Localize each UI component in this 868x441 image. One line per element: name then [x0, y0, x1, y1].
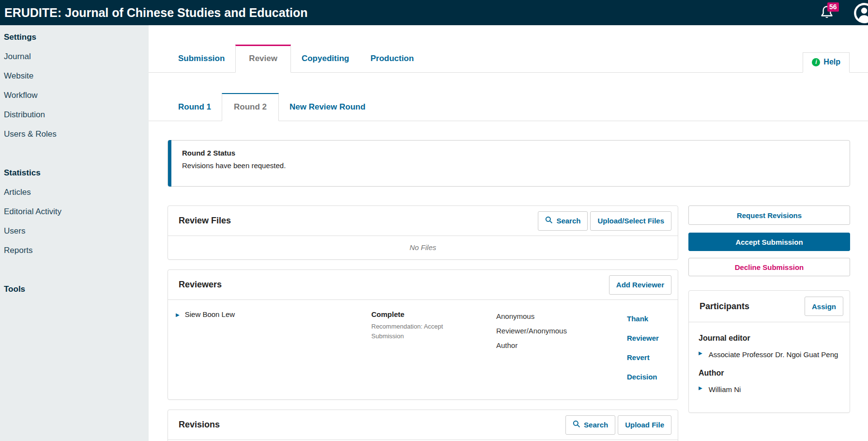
sidebar-item-distribution[interactable]: Distribution	[4, 105, 145, 125]
accept-submission-button[interactable]: Accept Submission	[688, 233, 850, 251]
help-button[interactable]: i Help	[803, 52, 850, 73]
bell-icon	[819, 14, 835, 22]
participant-role-journal-editor: Journal editor	[699, 334, 840, 343]
review-files-empty: No Files	[168, 236, 678, 259]
upload-select-files-label: Upload/Select Files	[597, 217, 664, 225]
reviewer-actions: Thank Reviewer Revert Decision	[627, 309, 673, 387]
revert-decision-link[interactable]: Revert Decision	[627, 348, 673, 387]
sidebar-item-users-roles[interactable]: Users & Roles	[4, 125, 145, 144]
tab-copyediting[interactable]: Copyediting	[291, 45, 360, 72]
search-icon	[573, 420, 580, 429]
tab-round-1[interactable]: Round 1	[168, 94, 222, 121]
reviewers-title: Reviewers	[179, 280, 222, 290]
participant-name: Associate Professor Dr. Ngoi Guat Peng	[709, 348, 838, 361]
review-files-panel: Review Files Search U	[168, 205, 678, 260]
decline-submission-button[interactable]: Decline Submission	[688, 258, 850, 276]
sidebar-section-tools: Tools	[4, 280, 145, 299]
tab-round-2[interactable]: Round 2	[222, 93, 279, 121]
sidebar-section-statistics: Statistics Articles Editorial Activity U…	[4, 163, 145, 260]
reviewer-name: Siew Boon Lew	[185, 310, 235, 318]
round-status-title: Round 2 Status	[182, 149, 842, 157]
review-method: Anonymous Reviewer/Anonymous Author	[496, 309, 584, 387]
thank-reviewer-link[interactable]: Thank Reviewer	[627, 309, 673, 348]
tab-new-review-round[interactable]: New Review Round	[279, 94, 376, 121]
participant-role-author: Author	[699, 369, 840, 378]
add-reviewer-button[interactable]: Add Reviewer	[609, 275, 671, 295]
review-files-search-label: Search	[556, 217, 580, 225]
revisions-search-label: Search	[584, 421, 608, 429]
app-window: ERUDITE: Journal of Chinese Studies and …	[0, 0, 868, 441]
reviewers-panel: Reviewers Add Reviewer	[168, 269, 678, 400]
add-reviewer-label: Add Reviewer	[616, 281, 664, 289]
user-menu-button[interactable]	[853, 2, 868, 24]
sidebar-item-workflow[interactable]: Workflow	[4, 86, 145, 105]
user-avatar-icon	[853, 17, 868, 25]
workflow-main: Submission Review Copyediting Production…	[149, 25, 868, 441]
participants-panel: Participants Assign Journal editor	[688, 290, 850, 413]
notifications-count-badge: 56	[827, 2, 839, 12]
workflow-tab-bar: Submission Review Copyediting Production…	[149, 25, 868, 73]
tab-review[interactable]: Review	[235, 45, 291, 73]
round-tab-bar: Round 1 Round 2 New Review Round	[149, 73, 868, 121]
admin-sidebar: Settings Journal Website Workflow Distri…	[0, 25, 149, 441]
assign-label: Assign	[812, 302, 836, 311]
notifications-button[interactable]: 56	[819, 4, 836, 22]
review-files-search-button[interactable]: Search	[538, 211, 588, 231]
tab-production[interactable]: Production	[360, 45, 425, 72]
round-content: Round 2 Status Revisions have been reque…	[149, 121, 868, 441]
expand-reviewer-icon[interactable]: ▶	[176, 310, 180, 320]
upload-file-label: Upload File	[625, 421, 664, 429]
reviewer-row: ▶ Siew Boon Lew Complete Recommendation:…	[168, 300, 678, 399]
site-title: ERUDITE: Journal of Chinese Studies and …	[0, 6, 307, 20]
expand-participant-icon[interactable]: ▶	[699, 383, 702, 396]
info-icon: i	[812, 58, 820, 66]
sidebar-item-reports[interactable]: Reports	[4, 241, 145, 260]
sidebar-header-statistics: Statistics	[4, 163, 145, 183]
sidebar-header-settings: Settings	[4, 28, 145, 47]
sidebar-item-editorial-activity[interactable]: Editorial Activity	[4, 202, 145, 221]
upload-file-button[interactable]: Upload File	[618, 415, 671, 435]
upload-select-files-button[interactable]: Upload/Select Files	[590, 211, 671, 231]
request-revisions-button[interactable]: Request Revisions	[688, 205, 850, 225]
review-files-title: Review Files	[179, 216, 231, 226]
revisions-title: Revisions	[179, 420, 220, 430]
tab-submission[interactable]: Submission	[168, 45, 235, 72]
participants-title: Participants	[700, 301, 749, 312]
sidebar-item-users[interactable]: Users	[4, 221, 145, 241]
status-accent-bar	[168, 140, 171, 187]
sidebar-item-articles[interactable]: Articles	[4, 183, 145, 202]
participant-name: William Ni	[709, 383, 741, 396]
participant-author: ▶ William Ni	[699, 383, 840, 396]
round-status-panel: Round 2 Status Revisions have been reque…	[168, 140, 850, 187]
assign-participant-button[interactable]: Assign	[805, 297, 843, 316]
sidebar-item-journal[interactable]: Journal	[4, 47, 145, 66]
revisions-search-button[interactable]: Search	[565, 415, 615, 435]
top-bar: ERUDITE: Journal of Chinese Studies and …	[0, 0, 868, 25]
sidebar-item-tools[interactable]: Tools	[4, 280, 145, 299]
sidebar-section-settings: Settings Journal Website Workflow Distri…	[4, 28, 145, 144]
revisions-panel: Revisions Search Uplo	[168, 410, 678, 441]
participant-journal-editor: ▶ Associate Professor Dr. Ngoi Guat Peng	[699, 348, 840, 361]
reviewer-status: Complete	[371, 309, 496, 318]
expand-participant-icon[interactable]: ▶	[699, 348, 702, 361]
search-icon	[545, 216, 553, 225]
round-status-description: Revisions have been requested.	[182, 161, 842, 170]
help-label: Help	[823, 58, 840, 66]
reviewer-recommendation: Recommendation: Accept Submission	[371, 322, 463, 341]
sidebar-item-website[interactable]: Website	[4, 66, 145, 86]
